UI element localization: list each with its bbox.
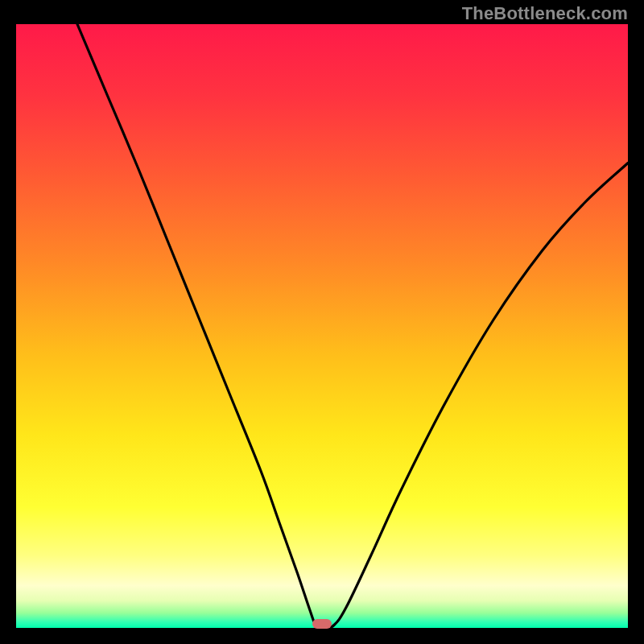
curve-layer <box>16 24 628 628</box>
chart-frame: TheBottleneck.com <box>0 0 644 644</box>
watermark-text: TheBottleneck.com <box>462 3 628 24</box>
plot-area <box>16 24 628 628</box>
bottleneck-curve <box>77 24 628 628</box>
minimum-marker <box>312 619 332 629</box>
